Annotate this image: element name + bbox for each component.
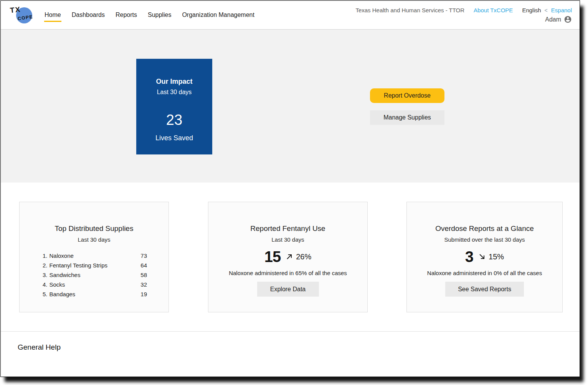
supply-list: 1.Naloxone 73 2.Fentanyl Testing Strips … [20, 251, 168, 299]
explore-data-button[interactable]: Explore Data [257, 282, 319, 297]
impact-title: Our Impact [136, 76, 212, 86]
fentanyl-card-subtitle: Last 30 days [208, 236, 367, 244]
supply-count: 32 [140, 281, 147, 288]
language-switcher: English < Espanol [522, 7, 572, 13]
nav-item-supplies[interactable]: Supplies [147, 8, 172, 22]
overdose-card-title: Overdose Reports at a Glance [407, 223, 562, 234]
account-circle-icon [564, 15, 572, 23]
summary-cards-section: Top Distributed Supplies Last 30 days 1.… [1, 183, 580, 331]
supply-count: 19 [140, 291, 147, 297]
top-distributed-supplies-card: Top Distributed Supplies Last 30 days 1.… [19, 202, 169, 312]
supply-count: 64 [140, 262, 147, 269]
language-separator: < [545, 7, 548, 13]
nav-item-organization-management[interactable]: Organization Management [182, 8, 255, 22]
top-navbar: TX COPE Home Dashboards Reports Supplies… [1, 1, 580, 30]
supply-list-item: 5.Bandages 19 [43, 289, 147, 299]
overdose-reports-card: Overdose Reports at a Glance Submitted o… [406, 202, 563, 312]
lives-saved-value: 23 [136, 111, 212, 128]
fentanyl-trend: 26% [285, 252, 311, 261]
general-help-title: General Help [18, 343, 563, 352]
lives-saved-caption: Lives Saved [136, 133, 212, 143]
supply-list-item: 1.Naloxone 73 [43, 251, 147, 261]
about-txcope-link[interactable]: About TxCOPE [474, 7, 513, 13]
supply-list-item: 3.Sandwiches 58 [43, 270, 147, 280]
supplies-card-title: Top Distributed Supplies [20, 223, 168, 234]
reported-fentanyl-use-card: Reported Fentanyl Use Last 30 days 15 26… [208, 202, 368, 312]
supply-name: Fentanyl Testing Strips [50, 262, 107, 269]
user-name-label: Adam [545, 16, 561, 23]
impact-subtitle: Last 30 days [136, 88, 212, 97]
fentanyl-trend-pct: 26% [296, 252, 311, 261]
txcope-logo[interactable]: TX COPE [9, 5, 39, 25]
user-menu[interactable]: Adam [545, 15, 572, 23]
fentanyl-count-value: 15 [264, 248, 281, 266]
overdose-trend: 15% [478, 252, 504, 261]
supply-count: 73 [140, 252, 147, 259]
fentanyl-caption: Naloxone administered in 65% of all the … [208, 270, 367, 276]
main-nav: Home Dashboards Reports Supplies Organiz… [44, 1, 255, 30]
screenshot-frame: TX COPE Home Dashboards Reports Supplies… [0, 0, 588, 385]
overdose-card-subtitle: Submitted over the last 30 days [407, 236, 562, 244]
hero-actions: Report Overdose Manage Supplies [370, 88, 444, 125]
manage-supplies-button[interactable]: Manage Supplies [370, 110, 444, 125]
overdose-trend-pct: 15% [489, 252, 504, 261]
supply-name: Sandwiches [50, 272, 81, 278]
trend-down-icon [478, 252, 486, 261]
report-overdose-button[interactable]: Report Overdose [370, 88, 444, 103]
header-right-block: Texas Health and Human Services - TTOR A… [355, 1, 572, 30]
supply-name: Socks [50, 281, 65, 288]
supplies-card-subtitle: Last 30 days [20, 236, 168, 244]
see-saved-reports-button[interactable]: See Saved Reports [445, 282, 524, 297]
supply-count: 58 [140, 272, 147, 278]
organization-label: Texas Health and Human Services - TTOR [355, 7, 464, 13]
general-help-section: General Help [1, 331, 580, 377]
nav-item-home[interactable]: Home [44, 8, 61, 22]
hero-section: Our Impact Last 30 days 23 Lives Saved R… [1, 30, 580, 183]
supply-list-item: 2.Fentanyl Testing Strips 64 [43, 261, 147, 270]
overdose-count-value: 3 [465, 248, 473, 266]
nav-item-dashboards[interactable]: Dashboards [71, 8, 105, 22]
supply-name: Naloxone [50, 252, 74, 259]
supply-name: Bandages [50, 291, 76, 297]
fentanyl-card-title: Reported Fentanyl Use [208, 223, 367, 234]
app-window: TX COPE Home Dashboards Reports Supplies… [1, 1, 580, 377]
overdose-caption: Naloxone administered in 0% of all the c… [407, 270, 562, 276]
trend-up-icon [285, 252, 294, 261]
nav-item-reports[interactable]: Reports [115, 8, 137, 22]
impact-card: Our Impact Last 30 days 23 Lives Saved [136, 59, 212, 154]
logo-tx-text: TX [10, 5, 21, 15]
supply-list-item: 4.Socks 32 [43, 280, 147, 289]
language-espanol-link[interactable]: Espanol [551, 7, 572, 13]
language-current-label: English [522, 7, 541, 13]
